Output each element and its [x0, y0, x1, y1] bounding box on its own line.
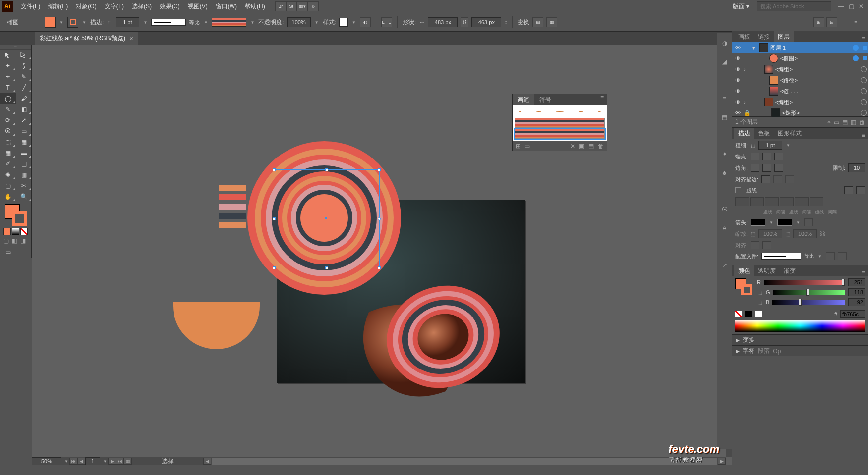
- stroke-dock-icon[interactable]: ⦿: [720, 205, 730, 214]
- gradient-tool[interactable]: ▬: [16, 148, 32, 158]
- menu-file[interactable]: 文件(F): [17, 0, 44, 13]
- stroke-swatch[interactable]: [67, 17, 78, 28]
- layer-item[interactable]: 👁<椭圆>: [732, 53, 868, 64]
- free-transform-tool[interactable]: ▭: [16, 126, 32, 137]
- search-input[interactable]: [757, 1, 831, 11]
- make-clip-icon[interactable]: ▭: [834, 119, 839, 126]
- doc-setup-icon[interactable]: ⊞: [813, 17, 824, 27]
- curvature-tool[interactable]: ✎: [16, 71, 32, 82]
- document-tab[interactable]: 彩虹线条.ai* @ 50% (RGB/预览) ×: [35, 32, 138, 45]
- perspective-tool[interactable]: ▦: [16, 137, 32, 148]
- arrow-start[interactable]: [751, 219, 765, 226]
- symbol-sprayer-tool[interactable]: ✺: [0, 169, 16, 180]
- menu-edit[interactable]: 编辑(E): [44, 0, 72, 13]
- last-page-icon[interactable]: ⏭: [116, 458, 124, 465]
- fill-dropdown-icon[interactable]: ▼: [58, 18, 64, 26]
- hand-tool[interactable]: ✋: [0, 191, 16, 202]
- visibility-icon[interactable]: 👁: [734, 45, 742, 51]
- pixel-icon[interactable]: ▦: [546, 17, 557, 27]
- g-slider[interactable]: [773, 290, 845, 295]
- panel-menu-icon[interactable]: ≡: [850, 17, 861, 27]
- brush-lib2-icon[interactable]: ▭: [524, 143, 530, 150]
- fill-stroke-control[interactable]: [5, 204, 27, 226]
- transform-link[interactable]: 变换: [518, 18, 529, 27]
- cap-round-icon[interactable]: [762, 153, 771, 160]
- line-tool[interactable]: ╱: [16, 82, 32, 93]
- menu-type[interactable]: 文字(T): [101, 0, 128, 13]
- char-dock-icon[interactable]: A: [720, 223, 730, 233]
- stroke-link-icon[interactable]: ⬚: [107, 18, 113, 26]
- canvas[interactable]: ▼ ⏮ ◀ ▼ ▶ ⏭ ▦ 选择 ◀ ▶: [32, 45, 732, 465]
- scroll-left-icon[interactable]: ◀: [203, 458, 211, 465]
- b-input[interactable]: [848, 298, 865, 306]
- cap-butt-icon[interactable]: [751, 153, 759, 160]
- dash-align2-icon[interactable]: [856, 186, 865, 194]
- new-sublayer-icon[interactable]: ▤: [842, 119, 848, 126]
- fill-swatch[interactable]: [45, 17, 56, 28]
- mesh-tool[interactable]: ▦: [0, 148, 16, 158]
- export-dock-icon[interactable]: ↗: [720, 260, 730, 270]
- opacity-input[interactable]: [287, 17, 311, 27]
- menu-select[interactable]: 选择(S): [128, 0, 156, 13]
- draw-inside-icon[interactable]: ◨: [20, 237, 28, 245]
- zoom-select[interactable]: [32, 457, 61, 465]
- delete-layer-icon[interactable]: 🗑: [859, 119, 865, 126]
- libraries-dock-icon[interactable]: ▤: [720, 112, 730, 122]
- layers-tab[interactable]: 图层: [774, 31, 794, 42]
- align-icon[interactable]: ⫍⫎: [381, 17, 392, 27]
- stroke-weight-dropdown-icon[interactable]: ▼: [142, 18, 148, 26]
- r-slider[interactable]: [764, 280, 845, 285]
- blend-tool[interactable]: ◫: [16, 158, 32, 169]
- profile-dropdown-icon[interactable]: ▼: [203, 18, 209, 26]
- brushes-tab[interactable]: 画笔: [513, 94, 534, 105]
- symbols-tab[interactable]: 符号: [534, 94, 556, 105]
- gradient-tab[interactable]: 渐变: [780, 265, 800, 276]
- window-close-icon[interactable]: ✕: [856, 3, 866, 10]
- artboard-tool[interactable]: ▢: [0, 180, 16, 191]
- r-input[interactable]: [848, 278, 865, 286]
- profile-preview[interactable]: [151, 19, 186, 26]
- style-swatch[interactable]: [339, 18, 348, 27]
- panel-menu-icon[interactable]: ≡: [597, 94, 607, 105]
- weight-input[interactable]: [758, 141, 782, 150]
- guide-dock-icon[interactable]: ◢: [720, 57, 730, 67]
- scale-tool[interactable]: ⤢: [16, 115, 32, 126]
- toolbox-grip[interactable]: [0, 45, 31, 50]
- layer-item[interactable]: 👁<路径>: [732, 75, 868, 86]
- stroke-tab[interactable]: 描边: [734, 128, 754, 139]
- first-page-icon[interactable]: ⏮: [69, 458, 77, 465]
- menu-help[interactable]: 帮助(H): [241, 0, 269, 13]
- pen-tool[interactable]: ✒: [0, 71, 16, 82]
- color-tab[interactable]: 颜色: [734, 265, 754, 276]
- rotate-tool[interactable]: ⟳: [0, 115, 16, 126]
- type-tool[interactable]: T: [0, 82, 16, 93]
- none-mode-icon[interactable]: [20, 228, 28, 235]
- bridge-icon[interactable]: Br: [275, 1, 286, 11]
- none-swatch[interactable]: [735, 311, 742, 317]
- opacity-dropdown-icon[interactable]: ▼: [314, 18, 320, 26]
- gpu-icon[interactable]: ⎋: [308, 1, 319, 11]
- workspace-switcher[interactable]: 版面 ▾: [729, 0, 753, 13]
- graphic-styles-tab[interactable]: 图形样式: [774, 128, 806, 139]
- graph-tool[interactable]: ▥: [16, 169, 32, 180]
- window-min-icon[interactable]: —: [836, 3, 846, 10]
- white-swatch[interactable]: [755, 311, 762, 317]
- height-input[interactable]: [471, 17, 501, 27]
- links-tab[interactable]: 链接: [754, 31, 774, 42]
- dash-align1-icon[interactable]: [844, 186, 853, 194]
- brush-options-icon[interactable]: ▣: [579, 143, 584, 150]
- layer-root[interactable]: 👁▾图层 1: [732, 42, 868, 53]
- menu-object[interactable]: 对象(O): [72, 0, 100, 13]
- locate-icon[interactable]: ⌖: [827, 119, 831, 126]
- join-bevel-icon[interactable]: [774, 164, 783, 172]
- brush-dropdown-icon[interactable]: ▼: [249, 18, 255, 26]
- character-accordion[interactable]: ▶字符 段落 Op: [732, 345, 868, 356]
- properties-dock-icon[interactable]: ≡: [720, 94, 730, 104]
- shaper-tool[interactable]: ✎: [0, 104, 16, 115]
- remove-brush-icon[interactable]: ✕: [570, 143, 575, 150]
- color-mode-icon[interactable]: [3, 228, 11, 235]
- draw-normal-icon[interactable]: ▢: [3, 237, 11, 245]
- window-max-icon[interactable]: ▢: [846, 3, 856, 10]
- selection-tool[interactable]: [0, 50, 16, 60]
- lasso-tool[interactable]: ⟆: [16, 60, 32, 71]
